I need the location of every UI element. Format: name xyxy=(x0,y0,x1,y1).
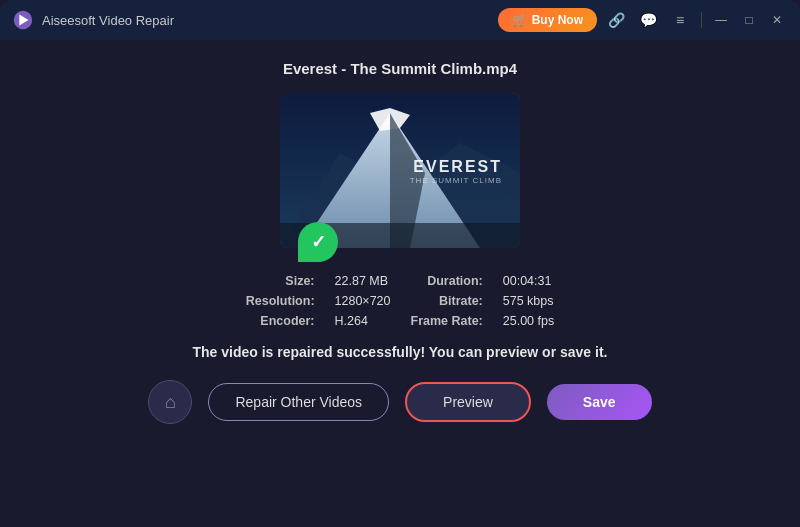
close-button[interactable]: ✕ xyxy=(766,9,788,31)
frame-rate-label: Frame Rate: xyxy=(411,314,483,328)
save-button[interactable]: Save xyxy=(547,384,652,420)
encoder-value: H.264 xyxy=(335,314,391,328)
menu-icon[interactable]: ≡ xyxy=(667,7,693,33)
size-label: Size: xyxy=(246,274,315,288)
thumbnail-container: EVEREST THE SUMMIT CLIMB ✓ xyxy=(280,93,520,248)
title-bar: Aiseesoft Video Repair 🛒 Buy Now 🔗 💬 ≡ —… xyxy=(0,0,800,40)
separator xyxy=(701,12,702,28)
video-info-grid: Size: 22.87 MB Duration: 00:04:31 Resolu… xyxy=(246,274,554,328)
link-icon[interactable]: 🔗 xyxy=(603,7,629,33)
frame-rate-value: 25.00 fps xyxy=(503,314,554,328)
thumbnail-overlay-text: EVEREST THE SUMMIT CLIMB xyxy=(410,157,502,184)
resolution-value: 1280×720 xyxy=(335,294,391,308)
preview-button[interactable]: Preview xyxy=(405,382,531,422)
app-name: Aiseesoft Video Repair xyxy=(42,13,174,28)
buy-now-button[interactable]: 🛒 Buy Now xyxy=(498,8,597,32)
chat-icon[interactable]: 💬 xyxy=(635,7,661,33)
duration-value: 00:04:31 xyxy=(503,274,554,288)
app-logo-icon xyxy=(12,9,34,31)
thumbnail-main-text: EVEREST xyxy=(410,157,502,175)
home-button[interactable]: ⌂ xyxy=(148,380,192,424)
thumbnail-sub-text: THE SUMMIT CLIMB xyxy=(410,175,502,184)
encoder-label: Encoder: xyxy=(246,314,315,328)
minimize-button[interactable]: — xyxy=(710,9,732,31)
cart-icon: 🛒 xyxy=(512,13,527,27)
bitrate-label: Bitrate: xyxy=(411,294,483,308)
title-bar-left: Aiseesoft Video Repair xyxy=(12,9,174,31)
repair-other-videos-button[interactable]: Repair Other Videos xyxy=(208,383,389,421)
video-title: Everest - The Summit Climb.mp4 xyxy=(283,60,517,77)
maximize-button[interactable]: □ xyxy=(738,9,760,31)
main-content: Everest - The Summit Climb.mp4 xyxy=(0,40,800,527)
title-bar-right: 🛒 Buy Now 🔗 💬 ≡ — □ ✕ xyxy=(498,7,788,33)
bottom-action-bar: ⌂ Repair Other Videos Preview Save xyxy=(40,380,760,424)
bitrate-value: 575 kbps xyxy=(503,294,554,308)
resolution-label: Resolution: xyxy=(246,294,315,308)
home-icon: ⌂ xyxy=(165,392,176,413)
duration-label: Duration: xyxy=(411,274,483,288)
success-message: The video is repaired successfully! You … xyxy=(193,344,608,360)
size-value: 22.87 MB xyxy=(335,274,391,288)
success-check-badge: ✓ xyxy=(298,222,338,262)
